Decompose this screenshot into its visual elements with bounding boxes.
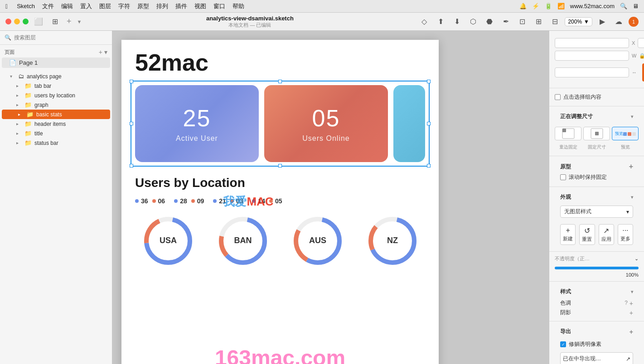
mirror-icon[interactable]: ⬣ [483,15,496,28]
layer-style-dropdown[interactable]: 无图层样式 ▾ [560,206,633,218]
legend-dot-blue-2 [174,199,178,203]
zoom-control[interactable]: 200% ▼ [565,17,592,26]
style-title[interactable]: 样式 ▾ [555,285,639,298]
spacing-input[interactable]: 15 [555,67,629,77]
add-color-btn[interactable]: + [629,300,633,307]
pages-label: 页面 [5,49,15,56]
color-row: 色调 ? + [555,298,639,308]
menu-insert[interactable]: 置入 [80,2,92,10]
sidebar-item-basic-stats[interactable]: ▸ 📁 basic stats [2,110,110,119]
menu-sketch[interactable]: Sketch [17,3,35,10]
menu-bar-right: 🔔 ⚡ 🔋 📶 www.52mac.com 🔍 🖥 [519,3,639,10]
sidebar-item-status-bar[interactable]: ▸ 📁 status bar [0,138,112,148]
menu-file[interactable]: 文件 [42,2,54,10]
export-action-btn[interactable]: 已在中导出现… ↗ [560,352,633,364]
align-btn[interactable]: 整理 [642,63,644,81]
add-export-btn[interactable]: + [629,328,633,335]
folder-icon: 📁 [24,130,32,137]
doc-title: analytics-view-dsamivai.sketch [206,15,294,22]
flatten-icon[interactable]: ⊟ [548,15,561,28]
w-input[interactable]: 480 [555,51,629,61]
maximize-window-btn[interactable] [23,19,29,24]
resize-title[interactable]: 正在调整尺寸 ▾ [555,110,639,123]
appearance-title[interactable]: 外观 ▾ [555,191,639,204]
pen-icon[interactable]: ✒ [499,15,512,28]
resize-option-2[interactable] [583,127,610,140]
legend-dot-blue-3 [213,199,217,203]
reset-style-btn[interactable]: ↺ 重置 [579,224,595,245]
select-group-row: 点击选择组内容 [555,92,639,102]
add-shadow-btn[interactable]: + [629,309,633,316]
apply-style-btn[interactable]: ↗ 应用 [599,224,614,245]
users-online-card[interactable]: 05 Users Online [264,85,388,162]
mask-icon[interactable]: ⬡ [467,15,479,28]
more-style-btn[interactable]: ··· 更多 [618,224,633,245]
search-icon[interactable]: 🔍 [620,3,627,10]
cloud-icon[interactable]: ☁ [612,15,625,28]
active-user-card[interactable]: 25 Active User [135,85,259,162]
menu-view[interactable]: 视图 [194,2,206,10]
play-icon[interactable]: ▶ [596,15,609,28]
legend-item-2: 28 09 [174,197,204,205]
chevron-right-icon: ▸ [16,121,22,126]
menu-plugins[interactable]: 插件 [175,2,187,10]
pages-expand-btn[interactable]: ▾ [104,48,107,56]
export-title[interactable]: 导出 + [555,325,639,338]
add-prototype-btn[interactable]: + [629,163,633,171]
close-window-btn[interactable] [5,19,11,24]
sidebar-item-title[interactable]: ▸ 📁 title [0,129,112,138]
export-icon[interactable]: ⬇ [450,15,463,28]
menu-layer[interactable]: 图层 [99,2,111,10]
opacity-chevron-icon[interactable]: ⌄ [634,256,639,262]
sidebar-item-analytics-page[interactable]: ▾ 🗂 analytics page [0,72,112,81]
layout-toggle-btn[interactable]: ⊞ [48,15,61,28]
menu-text[interactable]: 字符 [118,2,130,10]
diamond-icon[interactable]: ◇ [418,15,431,28]
y-input[interactable]: 177 [638,38,644,48]
page-item-1[interactable]: 📄 Page 1 [2,57,110,68]
x-input[interactable]: 20 [555,38,629,48]
pixel-fix-row: ✓ 修躺诱明像素 [555,338,639,350]
menu-edit[interactable]: 编辑 [61,2,73,10]
donut-ban: BAN [210,214,276,268]
chevron-right-icon: ▸ [16,93,22,98]
upload-icon[interactable]: ⬆ [434,15,447,28]
apps-icon[interactable]: 🖥 [633,3,639,10]
canvas-area[interactable]: 52mac 25 Active User [112,31,549,364]
color-help-icon[interactable]: ? [625,300,628,307]
notification-badge[interactable]: 1 [629,17,639,27]
new-style-btn[interactable]: + 新建 [560,224,576,245]
sidebar-item-users-by-location[interactable]: ▸ 📁 users by location [0,91,112,100]
users-online-number: 05 [312,105,340,132]
select-group-checkbox[interactable] [555,94,561,100]
pixel-fix-checkbox[interactable]: ✓ [560,341,566,347]
resize-option-1[interactable] [555,127,581,140]
menu-arrange[interactable]: 排列 [156,2,168,10]
sidebar-toggle-btn[interactable]: ⬜ [32,15,45,28]
sidebar-item-header-items[interactable]: ▸ 📁 header items [0,119,112,129]
resize-option-preview[interactable]: 预览 [612,127,639,140]
notification-icon[interactable]: 🔔 [519,3,527,10]
svg-text:AUS: AUS [309,236,326,245]
menu-help[interactable]: 帮助 [232,2,244,10]
combine-icon[interactable]: ⊞ [532,15,545,28]
scroll-fix-checkbox[interactable] [560,174,566,180]
minimize-window-btn[interactable] [14,19,20,24]
resize-label: 正在调整尺寸 [560,113,593,120]
resize-icon[interactable]: ⊡ [516,15,528,28]
donut-chart-usa: USA [141,214,195,268]
sidebar-item-tab-bar[interactable]: ▸ 📁 tab bar [0,81,112,91]
lock-icon[interactable]: 🔒 [639,53,644,59]
add-page-btn[interactable]: + [99,48,102,56]
opacity-bar[interactable] [555,267,639,269]
menu-prototype[interactable]: 原型 [137,2,149,10]
fix-edges-label: 童边固定 [555,144,581,150]
sidebar-item-graph[interactable]: ▸ 📁 graph [0,100,112,110]
scroll-fix-label: 滚动时保持固定 [569,173,607,181]
prototype-title[interactable]: 原型 + [555,160,639,173]
account-icon[interactable]: ⚡ [532,3,539,10]
search-input[interactable] [14,34,107,41]
menu-window[interactable]: 窗口 [213,2,225,10]
location-section: Users by Location 36 06 28 09 [121,167,439,277]
chevron-down-icon: ▾ [10,74,15,79]
